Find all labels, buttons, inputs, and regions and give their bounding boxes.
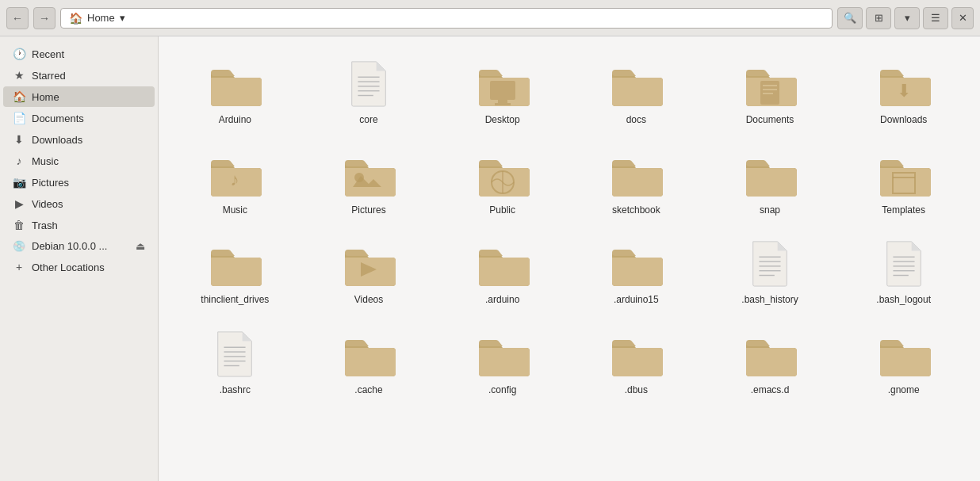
file-icon-videos (341, 235, 396, 291)
file-label-bash_history: .bash_history (741, 294, 798, 307)
drive-icon-debian: 💿 (13, 240, 25, 252)
sidebar-item-starred[interactable]: ★ Starred (3, 65, 155, 86)
view-icon: ⊞ (875, 12, 883, 24)
svg-text:♪: ♪ (231, 170, 239, 189)
file-icon-music: ♪ (207, 146, 262, 201)
sidebar-item-debian[interactable]: 💿 Debian 10.0.0 ... ⏏ (3, 236, 155, 256)
sidebar-icon-downloads: ⬇ (13, 133, 25, 146)
file-icon-core (341, 55, 396, 111)
search-button[interactable]: 🔍 (837, 7, 863, 29)
file-label-snap: snap (760, 204, 780, 217)
forward-icon: → (39, 12, 50, 25)
sidebar-label-trash: Trash (32, 220, 58, 231)
file-item-videos[interactable]: Videos (305, 229, 433, 313)
sidebar-item-home[interactable]: 🏠 Home (3, 86, 155, 107)
file-item-config[interactable]: .config (438, 319, 566, 403)
file-item-dbus[interactable]: .dbus (572, 319, 700, 403)
file-icon-arduino-hidden (475, 235, 530, 291)
file-icon-documents (742, 55, 798, 111)
search-icon: 🔍 (844, 12, 856, 24)
file-label-arduino: Arduino (219, 114, 251, 127)
menu-button[interactable]: ☰ (923, 7, 948, 29)
sidebar-item-videos[interactable]: ▶ Videos (3, 193, 155, 214)
close-button[interactable]: ✕ (951, 7, 974, 29)
sidebar: 🕐 Recent★ Starred🏠 Home📄 Documents⬇ Down… (0, 36, 159, 481)
file-icon-dbus (608, 326, 664, 381)
view-button[interactable]: ⊞ (866, 7, 891, 29)
file-item-arduino15[interactable]: .arduino15 (572, 229, 700, 313)
other-label-other-locations: Other Locations (32, 261, 105, 273)
sidebar-icon-videos: ▶ (13, 197, 25, 210)
file-icon-snap (742, 146, 798, 201)
file-icon-pictures (341, 146, 396, 201)
file-item-core[interactable]: core (305, 49, 433, 133)
menu-icon: ☰ (931, 12, 940, 24)
sidebar-item-trash[interactable]: 🗑 Trash (3, 215, 155, 235)
sidebar-item-downloads[interactable]: ⬇ Downloads (3, 129, 155, 150)
file-icon-arduino (207, 55, 262, 111)
file-label-pictures: Pictures (351, 204, 385, 217)
sort-dropdown-button[interactable]: ▾ (894, 7, 920, 29)
sidebar-item-recent[interactable]: 🕐 Recent (3, 44, 155, 64)
file-label-gnome: .gnome (888, 384, 920, 397)
svg-rect-6 (498, 100, 507, 103)
file-item-arduino[interactable]: Arduino (171, 49, 299, 133)
sidebar-label-home: Home (32, 91, 59, 103)
file-label-core: core (359, 114, 377, 127)
file-icon-templates (876, 146, 932, 201)
sidebar-item-music[interactable]: ♪ Music (3, 151, 155, 171)
file-item-emacsd[interactable]: .emacs.d (706, 319, 834, 403)
sidebar-icon-music: ♪ (13, 155, 25, 167)
file-label-config: .config (488, 384, 516, 397)
sidebar-label-music: Music (32, 155, 59, 167)
file-grid: Arduino core Desktop (171, 49, 967, 403)
file-label-emacsd: .emacs.d (751, 384, 790, 397)
home-icon: 🏠 (69, 12, 82, 25)
forward-button[interactable]: → (33, 7, 56, 29)
file-icon-bashrc (207, 326, 262, 381)
file-item-cache[interactable]: .cache (305, 319, 433, 403)
file-item-docs[interactable]: docs (572, 49, 700, 133)
file-item-arduino-hidden[interactable]: .arduino (438, 229, 566, 313)
file-icon-emacsd (742, 326, 798, 381)
sidebar-label-videos: Videos (32, 198, 63, 210)
location-bar[interactable]: 🏠 Home ▾ (60, 8, 833, 29)
sidebar-item-documents[interactable]: 📄 Documents (3, 108, 155, 128)
file-item-bash_history[interactable]: .bash_history (706, 229, 834, 313)
file-label-documents: Documents (746, 114, 794, 127)
other-icon-other-locations: + (13, 261, 25, 273)
close-icon: ✕ (959, 12, 967, 24)
sidebar-item-pictures[interactable]: 📷 Pictures (3, 172, 155, 193)
file-icon-config (475, 326, 530, 381)
sidebar-item-other-locations[interactable]: + Other Locations (3, 257, 155, 277)
file-item-thinclient_drives[interactable]: thinclient_drives (171, 229, 299, 313)
file-label-bash_logout: .bash_logout (876, 294, 931, 307)
file-item-bashrc[interactable]: .bashrc (171, 319, 299, 403)
eject-button-debian[interactable]: ⏏ (136, 240, 145, 252)
file-item-sketchbook[interactable]: sketchbook (572, 139, 700, 223)
back-button[interactable]: ← (6, 7, 29, 29)
file-icon-cache (341, 326, 396, 381)
file-item-bash_logout[interactable]: .bash_logout (840, 229, 967, 313)
file-item-pictures[interactable]: Pictures (305, 139, 433, 223)
file-item-templates[interactable]: Templates (840, 139, 967, 223)
sidebar-label-starred: Starred (32, 70, 66, 82)
sidebar-icon-documents: 📄 (13, 112, 25, 124)
file-item-gnome[interactable]: .gnome (840, 319, 967, 403)
file-label-dbus: .dbus (625, 384, 648, 397)
file-item-documents[interactable]: Documents (706, 49, 834, 133)
sidebar-icon-trash: 🗑 (13, 219, 25, 231)
file-label-music: Music (223, 204, 247, 217)
file-icon-docs (608, 55, 664, 111)
file-label-videos: Videos (354, 294, 383, 307)
file-item-downloads[interactable]: ⬇ Downloads (840, 49, 967, 133)
file-item-desktop[interactable]: Desktop (438, 49, 566, 133)
file-item-snap[interactable]: snap (706, 139, 834, 223)
file-content-area: Arduino core Desktop (159, 36, 980, 481)
sidebar-label-downloads: Downloads (32, 134, 82, 146)
file-item-public[interactable]: Public (438, 139, 566, 223)
file-label-cache: .cache (354, 384, 382, 397)
file-item-music[interactable]: ♪ Music (171, 139, 299, 223)
drive-label-debian: Debian 10.0.0 ... (32, 240, 107, 252)
file-label-downloads: Downloads (880, 114, 927, 127)
